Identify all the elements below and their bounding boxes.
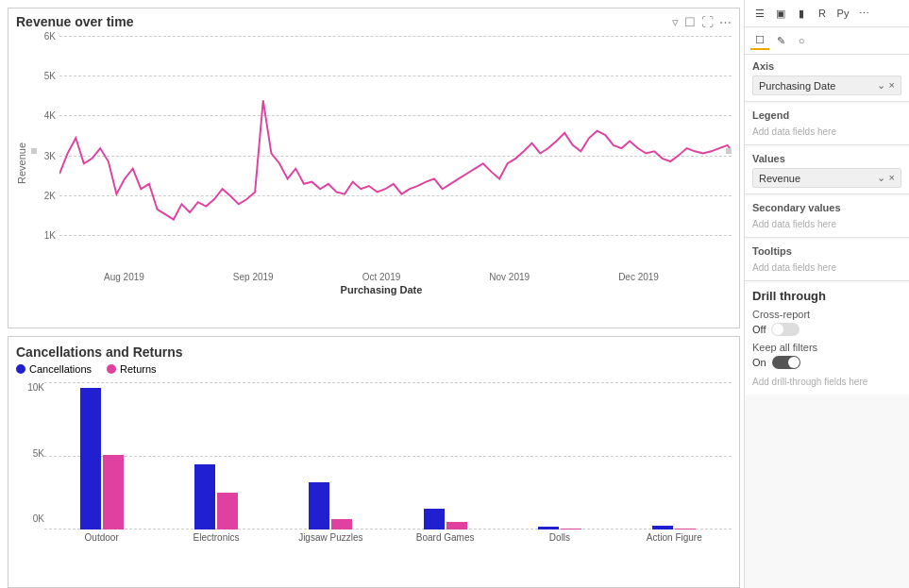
focus-icon[interactable]: ☐ (684, 15, 696, 29)
right-indicator (726, 148, 732, 154)
y-tick-1k: 1K (31, 230, 56, 241)
axis-field-label: Purchasing Date (759, 80, 835, 92)
bar-pair-actionfigure (652, 526, 696, 529)
keep-all-filters-row: Keep all filters On (752, 342, 901, 369)
format-icon[interactable]: ✎ (771, 31, 790, 50)
bar-pair-electronics (194, 464, 238, 529)
legend-dot-returns (107, 364, 116, 374)
bar-chart-title: Cancellations and Returns (16, 344, 732, 360)
grid-icon[interactable]: ▣ (771, 4, 790, 23)
bar-x-outdoor: Outdoor (44, 529, 159, 543)
secondary-values-add-field[interactable]: Add data fields here (752, 217, 901, 231)
axis-field-pill[interactable]: Purchasing Date ⌄ × (752, 76, 901, 95)
bar-legend: Cancellations Returns (16, 363, 732, 375)
values-section: Values Revenue ⌄ × (745, 147, 909, 194)
filter-icon[interactable]: ▿ (672, 15, 679, 29)
cross-report-state: Off (752, 324, 766, 335)
keep-all-filters-label: Keep all filters (752, 342, 901, 353)
revenue-chart-title: Revenue over time (16, 14, 134, 29)
bar-cancellations-electronics (194, 464, 215, 529)
revenue-line-chart (59, 31, 732, 276)
drill-through-title: Drill through (752, 289, 901, 303)
r-icon[interactable]: R (813, 4, 832, 23)
legend-dot-cancellations (16, 364, 25, 374)
values-remove-icon[interactable]: × (889, 172, 895, 184)
legend-returns: Returns (107, 363, 157, 375)
bars-row (44, 382, 732, 529)
fields-icon[interactable]: ☐ (750, 31, 769, 50)
keep-all-filters-state: On (752, 357, 766, 368)
axis-expand-icon[interactable]: ⌄ (877, 79, 885, 92)
bar-pair-dolls (538, 527, 581, 529)
bar-cancellations-boardgames (424, 509, 445, 529)
legend-label: Legend (752, 109, 901, 121)
values-field-icons: ⌄ × (877, 172, 895, 184)
bar-x-jigsaw: Jigsaw Puzzles (274, 529, 388, 543)
more-icon[interactable]: ⋯ (719, 15, 732, 29)
cross-report-toggle-row: Off (752, 323, 901, 336)
py-icon[interactable]: Py (833, 4, 852, 23)
bar-pair-boardgames (424, 509, 467, 529)
axis-section: Axis Purchasing Date ⌄ × (745, 55, 909, 102)
analytics-icon[interactable]: ○ (792, 31, 811, 50)
values-field-pill[interactable]: Revenue ⌄ × (752, 168, 901, 188)
chart-toolbar: ▿ ☐ ⛶ ⋯ (672, 15, 732, 29)
bar-y-0k: 0K (16, 513, 44, 524)
bar-returns-electronics (217, 493, 238, 529)
more-icon-1[interactable]: ⋯ (854, 4, 873, 23)
legend-label-cancellations: Cancellations (29, 363, 92, 375)
bar-group-outdoor (44, 382, 159, 529)
secondary-values-label: Secondary values (752, 202, 901, 213)
bar-chart-container: Cancellations and Returns Cancellations … (8, 336, 740, 588)
add-drill-fields[interactable]: Add drill-through fields here (752, 375, 901, 389)
axis-remove-icon[interactable]: × (889, 79, 895, 92)
table-icon[interactable]: ☰ (750, 4, 769, 23)
y-tick-5k: 5K (31, 71, 56, 81)
expand-icon[interactable]: ⛶ (701, 15, 714, 29)
x-axis-label: Purchasing Date (31, 284, 732, 295)
revenue-chart-container: Revenue over time ▿ ☐ ⛶ ⋯ Revenue 6K 5K … (8, 8, 740, 328)
bar-group-dolls (502, 382, 616, 529)
keep-all-filters-thumb (788, 357, 800, 368)
bar-x-actionfigure: Action Figure (617, 529, 732, 543)
bar-returns-boardgames (446, 522, 467, 529)
values-field-label: Revenue (759, 173, 800, 184)
axis-label: Axis (752, 60, 901, 72)
left-indicator (31, 148, 37, 154)
axis-field-icons: ⌄ × (877, 79, 895, 92)
cross-report-row: Cross-report Off (752, 309, 901, 336)
bar-cancellations-actionfigure (652, 526, 673, 529)
bar-group-electronics (159, 382, 273, 529)
legend-section: Legend Add data fields here (745, 104, 909, 145)
chart-area: 6K 5K 4K 3K 2K 1K Aug 2019 Sep 20 (31, 31, 732, 295)
tooltips-add-field[interactable]: Add data fields here (752, 260, 901, 275)
legend-cancellations: Cancellations (16, 363, 92, 375)
bar-returns-outdoor (103, 455, 124, 529)
y-tick-2k: 2K (31, 191, 56, 201)
drill-through-section: Drill through Cross-report Off Keep all … (745, 283, 909, 395)
bar-returns-jigsaw (331, 519, 352, 529)
right-panel: ☰ ▣ ▮ R Py ⋯ ☐ ✎ ○ Axis Purchasing Date … (744, 0, 909, 588)
tooltips-label: Tooltips (752, 245, 901, 257)
bar-returns-dolls (561, 529, 581, 529)
bar-y-5k: 5K (16, 448, 44, 459)
bar-pair-outdoor (80, 388, 124, 529)
bar-x-boardgames: Board Games (388, 529, 502, 543)
values-expand-icon[interactable]: ⌄ (877, 172, 885, 184)
chart-header: Revenue over time ▿ ☐ ⛶ ⋯ (16, 14, 732, 29)
keep-all-filters-toggle-row: On (752, 356, 901, 369)
chart-bar-icon[interactable]: ▮ (792, 4, 811, 23)
bar-group-boardgames (388, 382, 502, 529)
cross-report-thumb (772, 324, 783, 335)
tooltips-section: Tooltips Add data fields here (745, 240, 909, 281)
legend-add-field[interactable]: Add data fields here (752, 125, 901, 139)
bar-chart-body: 10K 5K 0K (16, 382, 732, 543)
y-axis-label: Revenue (16, 31, 27, 295)
main-content: Revenue over time ▿ ☐ ⛶ ⋯ Revenue 6K 5K … (0, 0, 744, 588)
bar-group-jigsaw (274, 382, 388, 529)
toolbar-row-2: ☐ ✎ ○ (745, 27, 909, 55)
keep-all-filters-toggle[interactable] (772, 356, 800, 369)
bar-cancellations-outdoor (80, 388, 101, 529)
cross-report-toggle[interactable] (771, 323, 800, 336)
cross-report-label: Cross-report (752, 309, 901, 320)
